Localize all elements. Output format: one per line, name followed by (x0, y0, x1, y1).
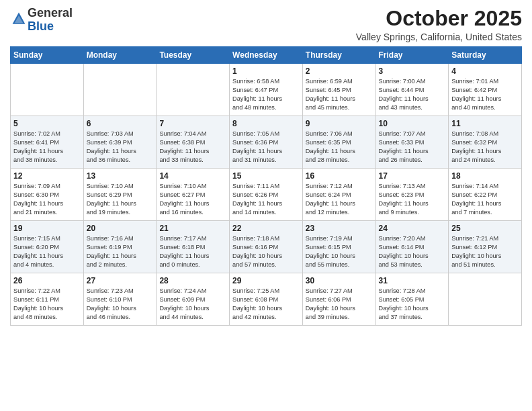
day-number: 21 (159, 224, 226, 233)
day-number: 17 (379, 171, 446, 181)
calendar-cell: 10Sunrise: 7:07 AM Sunset: 6:33 PM Dayli… (375, 116, 449, 169)
calendar-cell: 9Sunrise: 7:06 AM Sunset: 6:35 PM Daylig… (302, 116, 375, 169)
calendar-cell: 5Sunrise: 7:02 AM Sunset: 6:41 PM Daylig… (11, 116, 84, 169)
day-info: Sunrise: 7:10 AM Sunset: 6:29 PM Dayligh… (87, 182, 154, 217)
day-number: 28 (159, 276, 226, 285)
day-number: 14 (159, 171, 226, 181)
calendar: Sunday Monday Tuesday Wednesday Thursday… (10, 46, 522, 326)
calendar-cell: 12Sunrise: 7:09 AM Sunset: 6:30 PM Dayli… (11, 169, 84, 221)
calendar-cell: 13Sunrise: 7:10 AM Sunset: 6:29 PM Dayli… (83, 169, 157, 221)
calendar-cell: 22Sunrise: 7:18 AM Sunset: 6:16 PM Dayli… (230, 221, 303, 273)
day-info: Sunrise: 7:03 AM Sunset: 6:39 PM Dayligh… (87, 130, 154, 165)
calendar-cell: 3Sunrise: 7:00 AM Sunset: 6:44 PM Daylig… (375, 64, 449, 116)
calendar-cell: 1Sunrise: 6:58 AM Sunset: 6:47 PM Daylig… (230, 64, 303, 116)
day-number: 7 (159, 119, 226, 128)
calendar-cell: 14Sunrise: 7:10 AM Sunset: 6:27 PM Dayli… (157, 169, 230, 221)
month-title: October 2025 (356, 7, 522, 30)
calendar-cell (11, 64, 84, 116)
day-number: 3 (379, 66, 446, 76)
day-number: 11 (451, 119, 519, 128)
calendar-cell: 2Sunrise: 6:59 AM Sunset: 6:45 PM Daylig… (302, 64, 375, 116)
calendar-week-row: 1Sunrise: 6:58 AM Sunset: 6:47 PM Daylig… (11, 64, 522, 116)
day-info: Sunrise: 7:10 AM Sunset: 6:27 PM Dayligh… (159, 182, 226, 217)
calendar-cell: 20Sunrise: 7:16 AM Sunset: 6:19 PM Dayli… (83, 221, 157, 273)
day-info: Sunrise: 7:24 AM Sunset: 6:09 PM Dayligh… (159, 287, 226, 322)
day-number: 5 (13, 119, 81, 128)
th-monday: Monday (83, 47, 157, 64)
day-number: 9 (306, 119, 373, 128)
calendar-cell: 7Sunrise: 7:04 AM Sunset: 6:38 PM Daylig… (157, 116, 230, 169)
logo-icon (11, 11, 26, 26)
day-info: Sunrise: 7:11 AM Sunset: 6:26 PM Dayligh… (232, 182, 300, 217)
calendar-cell (449, 273, 522, 326)
th-saturday: Saturday (449, 47, 522, 64)
day-number: 15 (232, 171, 300, 181)
calendar-cell: 8Sunrise: 7:05 AM Sunset: 6:36 PM Daylig… (230, 116, 303, 169)
calendar-cell: 25Sunrise: 7:21 AM Sunset: 6:12 PM Dayli… (449, 221, 522, 273)
th-thursday: Thursday (302, 47, 375, 64)
day-info: Sunrise: 7:15 AM Sunset: 6:20 PM Dayligh… (13, 234, 81, 269)
day-number: 10 (379, 119, 446, 128)
day-info: Sunrise: 7:05 AM Sunset: 6:36 PM Dayligh… (232, 130, 300, 165)
day-number: 26 (13, 276, 81, 285)
calendar-week-row: 26Sunrise: 7:22 AM Sunset: 6:11 PM Dayli… (11, 273, 522, 326)
day-info: Sunrise: 7:20 AM Sunset: 6:14 PM Dayligh… (379, 234, 446, 269)
calendar-week-row: 12Sunrise: 7:09 AM Sunset: 6:30 PM Dayli… (11, 169, 522, 221)
day-info: Sunrise: 7:02 AM Sunset: 6:41 PM Dayligh… (13, 130, 81, 165)
calendar-cell: 19Sunrise: 7:15 AM Sunset: 6:20 PM Dayli… (11, 221, 84, 273)
day-info: Sunrise: 7:13 AM Sunset: 6:23 PM Dayligh… (379, 182, 446, 217)
day-info: Sunrise: 7:17 AM Sunset: 6:18 PM Dayligh… (159, 234, 226, 269)
day-number: 12 (13, 171, 81, 181)
header: General Blue October 2025 Valley Springs… (10, 7, 522, 42)
th-wednesday: Wednesday (230, 47, 303, 64)
day-info: Sunrise: 7:25 AM Sunset: 6:08 PM Dayligh… (232, 287, 300, 322)
day-info: Sunrise: 7:19 AM Sunset: 6:15 PM Dayligh… (306, 234, 373, 269)
day-info: Sunrise: 7:07 AM Sunset: 6:33 PM Dayligh… (379, 130, 446, 165)
day-info: Sunrise: 7:01 AM Sunset: 6:42 PM Dayligh… (451, 77, 519, 112)
day-number: 16 (306, 171, 373, 181)
day-number: 29 (232, 276, 300, 285)
th-friday: Friday (375, 47, 449, 64)
day-info: Sunrise: 7:06 AM Sunset: 6:35 PM Dayligh… (306, 130, 373, 165)
day-number: 22 (232, 224, 300, 233)
logo-blue-text: Blue (28, 19, 54, 33)
day-info: Sunrise: 7:18 AM Sunset: 6:16 PM Dayligh… (232, 234, 300, 269)
calendar-cell: 29Sunrise: 7:25 AM Sunset: 6:08 PM Dayli… (230, 273, 303, 326)
logo: General Blue (10, 7, 73, 34)
day-number: 13 (87, 171, 154, 181)
day-number: 30 (306, 276, 373, 285)
page: General Blue October 2025 Valley Springs… (0, 0, 532, 411)
day-number: 4 (451, 66, 519, 76)
calendar-cell: 24Sunrise: 7:20 AM Sunset: 6:14 PM Dayli… (375, 221, 449, 273)
day-info: Sunrise: 6:58 AM Sunset: 6:47 PM Dayligh… (232, 77, 300, 112)
day-info: Sunrise: 7:04 AM Sunset: 6:38 PM Dayligh… (159, 130, 226, 165)
day-number: 18 (451, 171, 519, 181)
calendar-cell: 21Sunrise: 7:17 AM Sunset: 6:18 PM Dayli… (157, 221, 230, 273)
calendar-cell: 26Sunrise: 7:22 AM Sunset: 6:11 PM Dayli… (11, 273, 84, 326)
day-info: Sunrise: 6:59 AM Sunset: 6:45 PM Dayligh… (306, 77, 373, 112)
calendar-cell: 6Sunrise: 7:03 AM Sunset: 6:39 PM Daylig… (83, 116, 157, 169)
calendar-cell: 30Sunrise: 7:27 AM Sunset: 6:06 PM Dayli… (302, 273, 375, 326)
day-info: Sunrise: 7:16 AM Sunset: 6:19 PM Dayligh… (87, 234, 154, 269)
day-number: 25 (451, 224, 519, 233)
calendar-cell: 16Sunrise: 7:12 AM Sunset: 6:24 PM Dayli… (302, 169, 375, 221)
calendar-cell (83, 64, 157, 116)
day-info: Sunrise: 7:23 AM Sunset: 6:10 PM Dayligh… (87, 287, 154, 322)
day-number: 24 (379, 224, 446, 233)
day-info: Sunrise: 7:08 AM Sunset: 6:32 PM Dayligh… (451, 130, 519, 165)
day-info: Sunrise: 7:12 AM Sunset: 6:24 PM Dayligh… (306, 182, 373, 217)
th-sunday: Sunday (11, 47, 84, 64)
title-area: October 2025 Valley Springs, California,… (356, 7, 522, 42)
day-number: 20 (87, 224, 154, 233)
day-number: 2 (306, 66, 373, 76)
calendar-cell: 18Sunrise: 7:14 AM Sunset: 6:22 PM Dayli… (449, 169, 522, 221)
th-tuesday: Tuesday (157, 47, 230, 64)
calendar-cell: 15Sunrise: 7:11 AM Sunset: 6:26 PM Dayli… (230, 169, 303, 221)
logo-general-text: General (28, 6, 73, 19)
location: Valley Springs, California, United State… (356, 32, 522, 42)
day-number: 8 (232, 119, 300, 128)
calendar-cell: 17Sunrise: 7:13 AM Sunset: 6:23 PM Dayli… (375, 169, 449, 221)
calendar-cell: 27Sunrise: 7:23 AM Sunset: 6:10 PM Dayli… (83, 273, 157, 326)
day-info: Sunrise: 7:21 AM Sunset: 6:12 PM Dayligh… (451, 234, 519, 269)
calendar-cell: 28Sunrise: 7:24 AM Sunset: 6:09 PM Dayli… (157, 273, 230, 326)
